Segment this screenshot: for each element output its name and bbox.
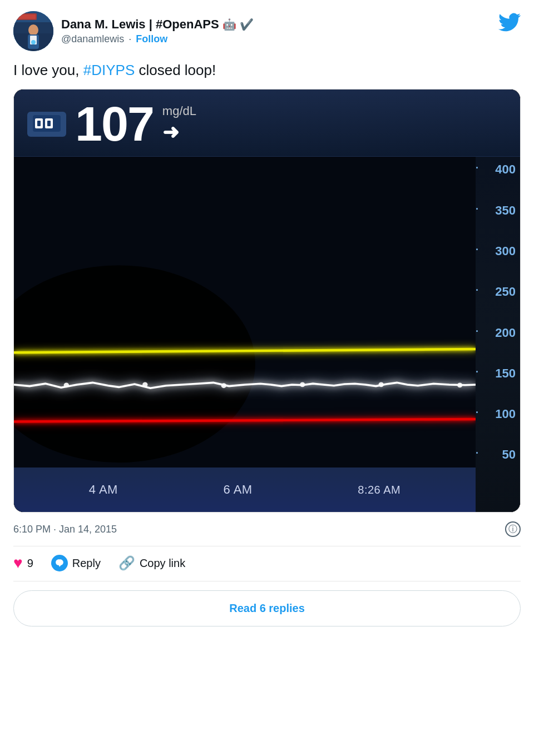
y-label-250: 250 [476, 285, 520, 299]
svg-point-23 [457, 383, 462, 388]
user-handle-row: @danamlewis · Follow [61, 33, 254, 45]
tweet-actions: ♥ 9 Reply 🔗 Copy link [13, 554, 521, 581]
copy-link-action[interactable]: 🔗 Copy link [118, 555, 185, 571]
cgm-display: 107 mg/dL ➜ [14, 89, 520, 512]
copy-link-label: Copy link [140, 557, 185, 570]
y-label-400: 400 [476, 162, 520, 177]
svg-point-22 [379, 382, 384, 387]
svg-rect-12 [37, 121, 41, 126]
cgm-unit-arrow: mg/dL ➜ [162, 104, 196, 144]
svg-point-5 [28, 24, 38, 36]
x-axis: 4 AM 6 AM 8:26 AM [14, 467, 476, 512]
y-label-350: 350 [476, 203, 520, 218]
tweet-timestamp: 6:10 PM · Jan 14, 2015 [13, 524, 117, 535]
user-name: Dana M. Lewis | #OpenAPS [61, 17, 219, 32]
follow-button[interactable]: Follow [136, 33, 167, 45]
tweet-header-left: Dana M. Lewis | #OpenAPS 🤖 ✔️ @danamlewi… [13, 11, 254, 51]
heart-icon: ♥ [13, 554, 23, 572]
tweet-text-before: I love you, [13, 62, 83, 78]
cgm-chart-area: 400 350 300 250 200 150 100 50 4 AM 6 AM… [14, 157, 520, 512]
twitter-logo [498, 11, 521, 38]
user-name-row: Dana M. Lewis | #OpenAPS 🤖 ✔️ [61, 17, 254, 32]
copy-link-icon: 🔗 [118, 555, 135, 571]
avatar[interactable] [13, 11, 53, 51]
reply-bubble-icon [51, 555, 68, 571]
read-replies-button[interactable]: Read 6 replies [13, 590, 521, 626]
like-count: 9 [27, 557, 33, 570]
x-label-826am: 8:26 AM [358, 484, 400, 496]
cgm-chart-svg [14, 157, 476, 467]
cgm-value: 107 [75, 100, 154, 148]
verified-icon: ✔️ [240, 18, 254, 31]
tweet-text: I love you, #DIYPS closed loop! [13, 60, 521, 80]
cgm-arrow: ➜ [162, 121, 179, 144]
tweet-image[interactable]: 107 mg/dL ➜ [13, 89, 521, 513]
tweet-text-after: closed loop! [135, 62, 216, 78]
like-action[interactable]: ♥ 9 [13, 554, 33, 572]
info-icon[interactable]: ⓘ [505, 521, 521, 537]
divider-top [13, 546, 521, 546]
tweet-header: Dana M. Lewis | #OpenAPS 🤖 ✔️ @danamlewi… [13, 11, 521, 51]
cgm-logo [27, 112, 66, 137]
dot-separator: · [128, 33, 131, 45]
y-label-300: 300 [476, 244, 520, 258]
cgm-header: 107 mg/dL ➜ [14, 89, 520, 157]
tweet-meta: 6:10 PM · Jan 14, 2015 ⓘ [13, 521, 521, 537]
y-label-150: 150 [476, 366, 520, 381]
y-label-200: 200 [476, 326, 520, 340]
y-label-50: 50 [476, 447, 520, 462]
cgm-unit: mg/dL [162, 104, 196, 118]
svg-rect-4 [16, 14, 36, 19]
robot-emoji: 🤖 [222, 18, 236, 31]
user-handle: @danamlewis [61, 33, 124, 45]
svg-point-19 [142, 382, 147, 387]
tweet-hashtag[interactable]: #DIYPS [83, 62, 135, 78]
user-info: Dana M. Lewis | #OpenAPS 🤖 ✔️ @danamlewi… [61, 17, 254, 45]
svg-point-21 [300, 382, 305, 387]
y-axis: 400 350 300 250 200 150 100 50 [476, 157, 520, 467]
svg-rect-13 [47, 121, 51, 126]
x-label-6am: 6 AM [224, 483, 253, 497]
reply-label: Reply [72, 557, 101, 570]
x-label-4am: 4 AM [89, 483, 118, 497]
y-label-100: 100 [476, 407, 520, 421]
tweet-card: Dana M. Lewis | #OpenAPS 🤖 ✔️ @danamlewi… [0, 0, 534, 756]
reply-action[interactable]: Reply [51, 555, 101, 571]
svg-point-20 [221, 384, 226, 389]
svg-point-8 [31, 40, 36, 44]
svg-point-18 [64, 383, 69, 388]
